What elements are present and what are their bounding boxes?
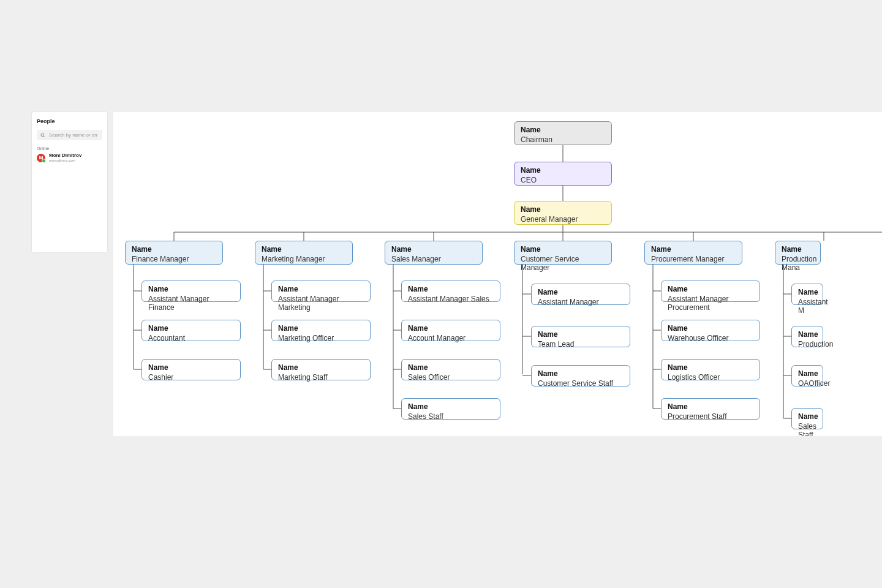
node-name-label: Name <box>798 330 816 339</box>
node-assistant-manager-procurement[interactable]: Name Assistant Manager Procurement <box>661 281 760 302</box>
node-sales-staff[interactable]: Name Sales Staff <box>401 398 500 420</box>
people-panel: People Online M Moni Dimitrov monydimro.… <box>32 112 107 252</box>
node-role: Assistant Manager Marketing <box>278 295 364 312</box>
org-chart-canvas[interactable]: Name Chairman Name CEO Name General Mana… <box>113 112 882 436</box>
node-role: OAOfficer <box>798 379 816 388</box>
node-name-label: Name <box>538 369 624 378</box>
node-name-label: Name <box>408 363 494 372</box>
node-name-label: Name <box>521 205 605 214</box>
user-name: Moni Dimitrov <box>49 153 81 158</box>
node-role: Assistant Manager <box>538 298 624 306</box>
node-general-manager[interactable]: Name General Manager <box>514 201 612 225</box>
node-name-label: Name <box>262 245 346 254</box>
node-role: Assistant Manager Sales <box>408 295 494 303</box>
people-panel-title: People <box>37 118 102 124</box>
node-marketing-staff[interactable]: Name Marketing Staff <box>271 359 371 380</box>
node-role: General Manager <box>521 215 605 224</box>
node-role: Assistant M <box>798 298 816 315</box>
node-ceo[interactable]: Name CEO <box>514 162 612 186</box>
node-role: Finance Manager <box>132 255 216 263</box>
node-name-label: Name <box>538 288 624 296</box>
node-role: Team Lead <box>538 340 624 349</box>
node-name-label: Name <box>408 285 494 293</box>
node-name-label: Name <box>782 245 814 254</box>
node-chairman[interactable]: Name Chairman <box>514 121 612 145</box>
user-sub: monydimro.com <box>49 159 81 162</box>
search-icon <box>40 133 45 138</box>
node-name-label: Name <box>408 402 494 411</box>
node-role: Sales Staff <box>408 412 494 421</box>
node-name-label: Name <box>668 363 753 372</box>
node-name-label: Name <box>132 245 216 254</box>
node-assistant-manager-cs[interactable]: Name Assistant Manager <box>531 284 630 305</box>
node-name-label: Name <box>798 412 816 421</box>
node-team-lead[interactable]: Name Team Lead <box>531 326 630 347</box>
node-procurement-manager[interactable]: Name Procurement Manager <box>644 241 742 265</box>
node-role: Marketing Staff <box>278 373 364 382</box>
node-finance-manager[interactable]: Name Finance Manager <box>125 241 223 265</box>
search-input[interactable] <box>48 132 99 138</box>
people-search[interactable] <box>37 130 102 140</box>
node-warehouse-officer[interactable]: Name Warehouse Officer <box>661 320 760 341</box>
node-logistics-officer[interactable]: Name Logistics Officer <box>661 359 760 380</box>
node-production-sales-staff[interactable]: Name Sales Staff <box>791 408 823 429</box>
node-customer-service-manager[interactable]: Name Customer Service Manager <box>514 241 612 265</box>
node-account-manager[interactable]: Name Account Manager <box>401 320 500 341</box>
node-role: Sales Staff <box>798 422 816 436</box>
node-name-label: Name <box>798 288 816 296</box>
node-name-label: Name <box>148 324 234 333</box>
node-name-label: Name <box>651 245 736 254</box>
node-name-label: Name <box>148 285 234 293</box>
node-cashier[interactable]: Name Cashier <box>141 359 241 380</box>
node-customer-service-staff[interactable]: Name Customer Service Staff <box>531 365 630 386</box>
node-name-label: Name <box>668 324 753 333</box>
node-sales-manager[interactable]: Name Sales Manager <box>385 241 483 265</box>
node-role: Production Mana <box>782 255 814 272</box>
node-name-label: Name <box>278 363 364 372</box>
node-name-label: Name <box>668 402 753 411</box>
svg-point-0 <box>41 134 44 137</box>
node-marketing-manager[interactable]: Name Marketing Manager <box>255 241 353 265</box>
node-role: CEO <box>521 176 605 184</box>
user-row[interactable]: M Moni Dimitrov monydimro.com <box>37 153 102 162</box>
node-name-label: Name <box>148 363 234 372</box>
node-assistant-manager-production[interactable]: Name Assistant M <box>791 284 823 305</box>
node-role: Sales Officer <box>408 373 494 382</box>
avatar: M <box>37 154 45 162</box>
node-role: Marketing Officer <box>278 334 364 342</box>
svg-line-1 <box>43 136 45 137</box>
node-name-label: Name <box>521 126 605 134</box>
node-role: Cashier <box>148 373 234 382</box>
node-role: Procurement Manager <box>651 255 736 263</box>
node-name-label: Name <box>668 285 753 293</box>
node-name-label: Name <box>798 369 816 378</box>
node-name-label: Name <box>278 324 364 333</box>
node-role: Customer Service Staff <box>538 379 624 388</box>
node-assistant-manager-marketing[interactable]: Name Assistant Manager Marketing <box>271 281 371 302</box>
node-role: Assistant Manager Procurement <box>668 295 753 312</box>
node-name-label: Name <box>521 166 605 175</box>
node-name-label: Name <box>538 330 624 339</box>
node-role: Chairman <box>521 135 605 144</box>
node-assistant-manager-finance[interactable]: Name Assistant Manager Finance <box>141 281 241 302</box>
node-role: Customer Service Manager <box>521 255 605 272</box>
node-production-officer[interactable]: Name Production <box>791 326 823 347</box>
node-oa-officer[interactable]: Name OAOfficer <box>791 365 823 386</box>
node-production-manager[interactable]: Name Production Mana <box>775 241 821 265</box>
node-marketing-officer[interactable]: Name Marketing Officer <box>271 320 371 341</box>
node-procurement-staff[interactable]: Name Procurement Staff <box>661 398 760 420</box>
node-role: Accountant <box>148 334 234 342</box>
node-sales-officer[interactable]: Name Sales Officer <box>401 359 500 380</box>
node-role: Sales Manager <box>391 255 476 263</box>
org-connectors <box>113 112 882 436</box>
node-name-label: Name <box>521 245 605 254</box>
node-name-label: Name <box>408 324 494 333</box>
node-name-label: Name <box>278 285 364 293</box>
node-name-label: Name <box>391 245 476 254</box>
node-accountant[interactable]: Name Accountant <box>141 320 241 341</box>
online-label: Online <box>37 146 102 151</box>
node-assistant-manager-sales[interactable]: Name Assistant Manager Sales <box>401 281 500 302</box>
node-role: Logistics Officer <box>668 373 753 382</box>
node-role: Procurement Staff <box>668 412 753 421</box>
node-role: Account Manager <box>408 334 494 342</box>
